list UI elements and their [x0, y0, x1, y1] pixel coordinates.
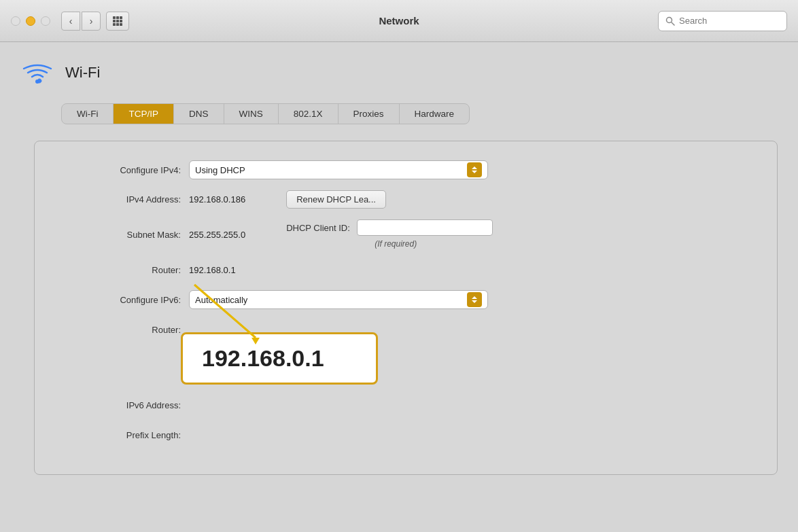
traffic-lights	[11, 16, 50, 26]
window-title: Network	[379, 15, 419, 26]
router6-label: Router:	[62, 325, 181, 335]
svg-line-1	[672, 22, 674, 25]
tab-tcpip[interactable]: TCP/IP	[114, 104, 174, 124]
subnet-mask-value: 255.255.255.0	[189, 230, 245, 240]
configure-ipv6-row: Configure IPv6: Automatically	[62, 290, 750, 309]
annotation-arrow	[174, 278, 310, 346]
configure-ipv6-label: Configure IPv6:	[62, 295, 181, 305]
ipv4-address-row: IPv4 Address: 192.168.0.186 Renew DHCP L…	[62, 190, 750, 209]
router-label: Router:	[62, 265, 181, 275]
tab-bar: Wi-Fi TCP/IP DNS WINS 802.1X Proxies Har…	[61, 103, 470, 124]
prefix-length-label: Prefix Length:	[62, 430, 181, 440]
ipv4-address-label: IPv4 Address:	[62, 194, 181, 205]
router-ipv4-area: Router: 192.168.0.1	[62, 260, 750, 279]
svg-line-3	[194, 285, 256, 338]
if-required-text: (If required)	[375, 239, 417, 249]
tab-proxies[interactable]: Proxies	[339, 104, 400, 124]
subnet-mask-label: Subnet Mask:	[62, 230, 181, 240]
wifi-icon	[20, 56, 54, 90]
renew-dhcp-button[interactable]: Renew DHCP Lea...	[286, 190, 386, 209]
configure-ipv4-row: Configure IPv4: Using DHCP	[62, 160, 750, 179]
ipv6-address-row: IPv6 Address:	[62, 395, 750, 414]
callout-value: 192.168.0.1	[202, 345, 324, 371]
grid-icon	[113, 16, 122, 26]
ipv6-address-label: IPv6 Address:	[62, 400, 181, 410]
callout-area: 192.168.0.1	[181, 332, 750, 385]
annotation-container: Router: 192.168.0.1	[62, 320, 750, 385]
subnet-mask-row: Subnet Mask: 255.255.255.0 DHCP Client I…	[62, 219, 750, 249]
dhcp-client-input[interactable]	[357, 219, 493, 236]
wifi-header: Wi-Fi	[20, 56, 778, 90]
grid-view-button[interactable]	[106, 12, 129, 31]
router-value: 192.168.0.1	[189, 265, 236, 275]
prefix-length-row: Prefix Length:	[62, 425, 750, 444]
close-button[interactable]	[11, 16, 20, 26]
configure-ipv4-label: Configure IPv4:	[62, 165, 181, 175]
dropdown-arrow-ipv6-icon	[467, 292, 482, 307]
main-content: Wi-Fi Wi-Fi TCP/IP DNS WINS 802.1X Proxi…	[0, 42, 798, 489]
nav-buttons: ‹ ›	[61, 12, 101, 31]
svg-point-0	[667, 17, 672, 22]
tab-wifi[interactable]: Wi-Fi	[62, 104, 114, 124]
minimize-button[interactable]	[26, 16, 35, 26]
wifi-title: Wi-Fi	[65, 64, 100, 82]
tab-hardware[interactable]: Hardware	[400, 104, 470, 124]
titlebar: ‹ › Network	[0, 0, 798, 42]
search-icon	[665, 16, 675, 26]
svg-marker-4	[251, 338, 260, 344]
router-ipv4-row: Router: 192.168.0.1	[62, 260, 750, 279]
tab-8021x[interactable]: 802.1X	[279, 104, 339, 124]
tab-dns[interactable]: DNS	[174, 104, 224, 124]
configure-ipv4-value: Using DHCP	[195, 165, 245, 175]
configure-ipv4-dropdown[interactable]: Using DHCP	[189, 160, 488, 179]
search-input[interactable]	[679, 16, 780, 26]
settings-panel: Configure IPv4: Using DHCP IPv4 Address:…	[34, 141, 778, 475]
tab-wins[interactable]: WINS	[224, 104, 279, 124]
forward-button[interactable]: ›	[82, 12, 101, 31]
ipv4-address-value: 192.168.0.186	[189, 194, 245, 205]
dropdown-arrow-icon	[467, 162, 482, 177]
search-box[interactable]	[658, 11, 787, 31]
back-button[interactable]: ‹	[61, 12, 80, 31]
dhcp-client-label: DHCP Client ID:	[286, 223, 350, 233]
dhcp-client-row: DHCP Client ID:	[286, 219, 493, 236]
svg-point-2	[35, 79, 39, 84]
maximize-button[interactable]	[41, 16, 50, 26]
